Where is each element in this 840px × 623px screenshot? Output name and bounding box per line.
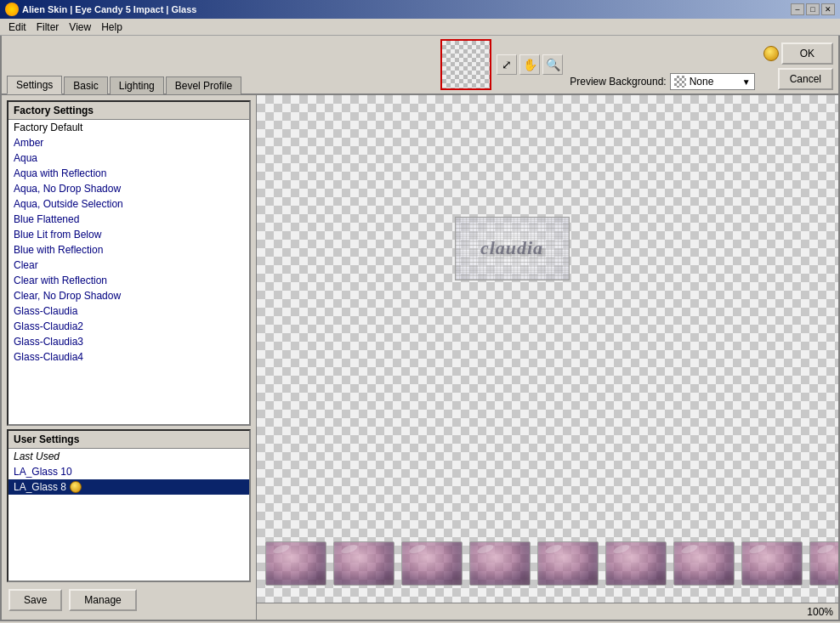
list-item-aqua-outside[interactable]: Aqua, Outside Selection (9, 196, 249, 212)
bg-preview-icon (674, 76, 686, 88)
menu-edit[interactable]: Edit (3, 20, 31, 35)
list-item-glass-claudia3[interactable]: Glass-Claudia3 (9, 334, 249, 349)
list-item-glass-claudia4[interactable]: Glass-Claudia4 (9, 349, 249, 365)
preview-center-image: claudia (452, 214, 571, 282)
preview-bg-section: Preview Background: None ▼ (570, 73, 754, 90)
list-item-clear-reflection[interactable]: Clear with Reflection (9, 273, 249, 288)
save-button[interactable]: Save (9, 589, 62, 611)
manage-button[interactable]: Manage (69, 589, 136, 611)
glass-thumb-3 (401, 541, 463, 586)
ok-button[interactable]: OK (781, 42, 833, 65)
list-item-factory-default[interactable]: Factory Default (9, 120, 249, 135)
glass-thumb-5 (537, 541, 599, 586)
glass-thumb-1 (265, 541, 326, 586)
zoom-label: 100% (807, 606, 833, 618)
titlebar-left: Alien Skin | Eye Candy 5 Impact | Glass (5, 3, 196, 16)
tab-bevel-profile[interactable]: Bevel Profile (166, 76, 241, 94)
maximize-button[interactable]: □ (806, 3, 820, 15)
user-settings-header: User Settings (9, 431, 249, 449)
statusbar: 100% (257, 603, 838, 620)
menu-help[interactable]: Help (96, 20, 128, 35)
bottom-buttons: Save Manage (7, 586, 251, 615)
preview-canvas[interactable]: claudia (257, 95, 838, 603)
preview-bg-label: Preview Background: (570, 76, 666, 88)
glass-thumb-8 (741, 541, 803, 586)
list-item-blue-reflection[interactable]: Blue with Reflection (9, 242, 249, 258)
list-item-la-glass-10[interactable]: LA_Glass 10 (9, 464, 249, 479)
claudia-lines (456, 218, 569, 280)
preview-bg-dropdown-arrow[interactable]: ▼ (742, 77, 751, 87)
preview-items-row (257, 541, 838, 586)
cancel-button[interactable]: Cancel (778, 68, 833, 90)
tabs-container: Settings Basic Lighting Bevel Profile (7, 75, 440, 93)
list-item-clear[interactable]: Clear (9, 258, 249, 273)
right-panel: claudia 100% (257, 95, 838, 620)
zoom-fit-button[interactable]: ⤢ (497, 54, 517, 75)
list-item-aqua-no-drop[interactable]: Aqua, No Drop Shadow (9, 181, 249, 196)
ok-row: OK (763, 42, 833, 65)
claudia-preview: claudia (455, 217, 570, 280)
factory-settings-header: Factory Settings (9, 102, 249, 120)
titlebar-controls[interactable]: – □ ✕ (791, 3, 835, 15)
tab-basic[interactable]: Basic (64, 76, 107, 94)
user-settings-list: Last Used LA_Glass 10 LA_Glass 8 (9, 449, 249, 581)
list-item-clear-no-drop[interactable]: Clear, No Drop Shadow (9, 288, 249, 303)
tab-lighting[interactable]: Lighting (110, 76, 164, 94)
main-window: Settings Basic Lighting Bevel Profile ⤢ … (0, 36, 840, 621)
ok-pointer-icon (763, 46, 779, 61)
list-item-la-glass-8[interactable]: LA_Glass 8 (9, 479, 249, 495)
glass-thumb-6 (605, 541, 667, 586)
tab-settings[interactable]: Settings (7, 76, 62, 94)
menu-filter[interactable]: Filter (31, 20, 65, 35)
factory-settings-list[interactable]: Factory Default Amber Aqua Aqua with Ref… (9, 120, 249, 424)
zoom-magnify-button[interactable]: 🔍 (542, 54, 563, 75)
preview-thumbnail (440, 39, 491, 90)
list-item-aqua-reflection[interactable]: Aqua with Reflection (9, 166, 249, 181)
list-item-amber[interactable]: Amber (9, 135, 249, 150)
titlebar-title: Alien Skin | Eye Candy 5 Impact | Glass (22, 4, 196, 14)
left-panel: Factory Settings Factory Default Amber A… (2, 95, 257, 620)
glass-thumb-4 (469, 541, 531, 586)
la-glass-8-label: LA_Glass 8 (14, 481, 66, 493)
la-glass-8-pointer (70, 481, 82, 493)
preview-bg-value: None (690, 76, 742, 88)
glass-thumb-2 (333, 541, 394, 586)
minimize-button[interactable]: – (791, 3, 804, 15)
list-item-blue-lit[interactable]: Blue Lit from Below (9, 227, 249, 242)
list-item-glass-claudia[interactable]: Glass-Claudia (9, 303, 249, 319)
menu-view[interactable]: View (64, 20, 96, 35)
list-item-blue-flattened[interactable]: Blue Flattened (9, 212, 249, 227)
glass-thumb-9 (809, 541, 838, 586)
list-item-glass-claudia2[interactable]: Glass-Claudia2 (9, 319, 249, 334)
pan-button[interactable]: ✋ (519, 54, 540, 75)
preview-bg-icon-container: None ▼ (670, 73, 755, 90)
close-button[interactable]: ✕ (821, 3, 835, 15)
list-item-aqua[interactable]: Aqua (9, 150, 249, 166)
menubar: Edit Filter View Help (0, 19, 840, 36)
preview-controls: ⤢ ✋ 🔍 (440, 39, 563, 90)
user-settings-section: User Settings Last Used LA_Glass 10 LA_G… (7, 429, 251, 582)
titlebar: Alien Skin | Eye Candy 5 Impact | Glass … (0, 0, 840, 19)
app-icon (5, 3, 19, 16)
factory-settings-section: Factory Settings Factory Default Amber A… (7, 100, 251, 426)
glass-thumb-7 (673, 541, 735, 586)
tool-buttons: ⤢ ✋ 🔍 (497, 54, 563, 75)
ok-cancel-section: OK Cancel (763, 42, 833, 90)
content-area: Factory Settings Factory Default Amber A… (2, 94, 838, 620)
last-used-label: Last Used (9, 449, 249, 464)
